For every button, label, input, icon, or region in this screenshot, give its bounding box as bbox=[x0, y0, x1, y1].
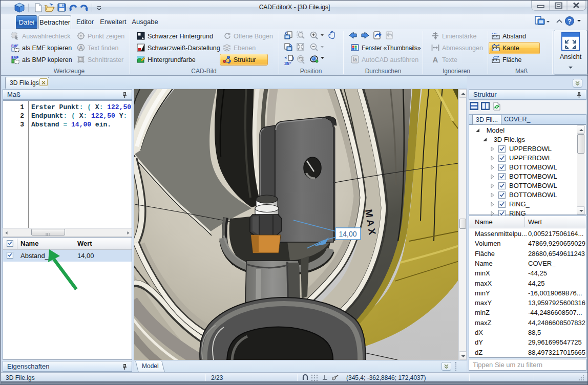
svg-text:?: ? bbox=[568, 17, 572, 25]
svg-text:A: A bbox=[433, 55, 438, 63]
svg-text:A: A bbox=[79, 45, 83, 51]
svg-text:BMP: BMP bbox=[11, 56, 19, 59]
svg-text:35°: 35° bbox=[284, 61, 291, 66]
svg-text:ia: ia bbox=[353, 57, 358, 62]
svg-text:14,00: 14,00 bbox=[339, 230, 356, 238]
svg-text:EMF: EMF bbox=[11, 44, 18, 48]
